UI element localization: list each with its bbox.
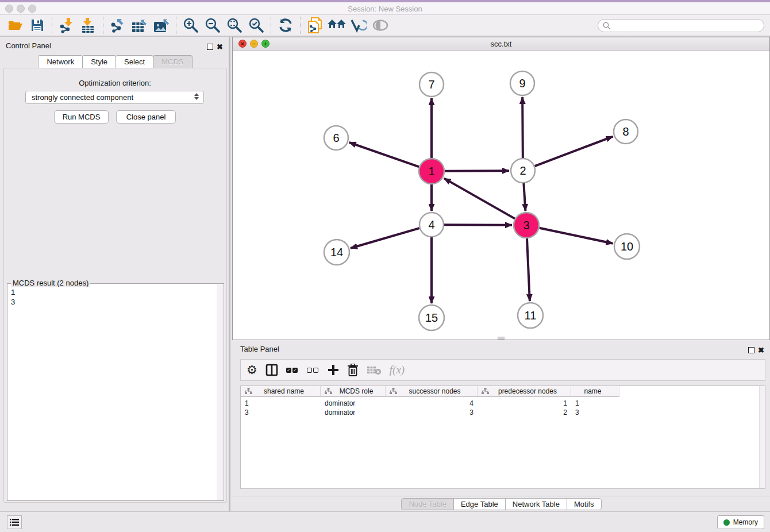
node-label-10: 10 xyxy=(621,240,633,253)
node-label-1: 1 xyxy=(428,165,434,178)
hierarchy-icon xyxy=(482,388,489,395)
edge-3-11[interactable] xyxy=(527,238,530,301)
float-panel-icon[interactable] xyxy=(207,42,213,52)
export-image-icon[interactable] xyxy=(151,16,172,34)
toolbar-separator xyxy=(52,17,52,34)
network-window-titlebar[interactable]: ✕ − + scc.txt xyxy=(233,37,769,51)
cell-MCDS-role[interactable]: dominator xyxy=(321,399,386,408)
zoom-fit-icon[interactable] xyxy=(224,16,245,34)
node-label-6: 6 xyxy=(333,132,339,144)
control-panel-tabs: NetworkStyleSelectMCDS xyxy=(0,55,230,68)
cell-predecessor-nodes[interactable]: 1 xyxy=(478,399,571,408)
column-header-MCDS-role[interactable]: MCDS role xyxy=(321,386,386,397)
edge-3-10[interactable] xyxy=(540,228,613,244)
search-input[interactable] xyxy=(611,22,754,30)
cell-shared-name[interactable]: 3 xyxy=(241,408,321,417)
tab-style[interactable]: Style xyxy=(82,55,116,68)
column-header-name[interactable]: name xyxy=(571,386,619,397)
mcds-result-box: MCDS result (2 nodes) 1 3 xyxy=(7,283,224,501)
cell-successor-nodes[interactable]: 4 xyxy=(386,399,478,408)
cell-predecessor-nodes[interactable]: 2 xyxy=(478,408,571,417)
table-scrollbar[interactable] xyxy=(759,386,765,488)
canvas-hscroll-thumb[interactable] xyxy=(498,337,505,340)
add-column-icon[interactable] xyxy=(328,361,339,379)
column-header-predecessor-nodes[interactable]: predecessor nodes xyxy=(478,386,571,397)
table-row[interactable]: 3dominator323 xyxy=(241,408,765,417)
search-field[interactable] xyxy=(598,19,764,32)
tab-node-table[interactable]: Node Table xyxy=(401,498,454,510)
edge-4-3[interactable] xyxy=(444,225,512,225)
control-panel-title: Control Panel xyxy=(6,41,51,50)
open-folder-icon[interactable] xyxy=(5,16,26,34)
home-view-icon[interactable] xyxy=(326,16,348,34)
mcds-result-list[interactable]: 1 3 xyxy=(11,287,15,307)
memory-status-icon xyxy=(723,519,730,526)
tab-mcds[interactable]: MCDS xyxy=(153,55,192,68)
cell-shared-name[interactable]: 1 xyxy=(241,399,321,408)
toolbar-separator xyxy=(176,17,176,34)
zoom-in-icon[interactable] xyxy=(180,16,202,34)
network-document-icon[interactable] xyxy=(304,16,326,34)
node-label-15: 15 xyxy=(425,311,438,324)
node-label-8: 8 xyxy=(622,125,629,138)
task-history-button[interactable] xyxy=(7,515,22,529)
node-label-14: 14 xyxy=(330,246,343,259)
tab-motifs[interactable]: Motifs xyxy=(567,498,602,510)
node-table[interactable]: shared nameMCDS rolesuccessor nodesprede… xyxy=(240,385,765,489)
tab-network[interactable]: Network xyxy=(38,55,83,68)
delete-column-icon[interactable] xyxy=(347,361,359,379)
deselect-all-columns-icon[interactable] xyxy=(307,361,319,379)
edge-1-6[interactable] xyxy=(349,142,419,167)
network-graph-canvas[interactable]: 7986124314101511 xyxy=(233,51,769,340)
export-table-icon[interactable] xyxy=(129,16,151,34)
run-mcds-button[interactable]: Run MCDS xyxy=(54,110,109,124)
refresh-layout-icon[interactable] xyxy=(275,16,297,34)
edge-2-3[interactable] xyxy=(523,183,525,211)
export-network-icon[interactable] xyxy=(107,16,129,34)
node-label-3: 3 xyxy=(523,219,529,232)
table-panel-title: Table Panel xyxy=(240,345,279,353)
import-table-icon[interactable] xyxy=(78,16,99,34)
delete-table-icon xyxy=(367,361,382,379)
tab-select[interactable]: Select xyxy=(116,55,153,68)
hide-graphics-details-icon[interactable] xyxy=(348,16,369,34)
edge-1-2[interactable] xyxy=(445,171,509,171)
close-panel-button[interactable]: Close panel xyxy=(116,110,176,124)
zoom-out-icon[interactable] xyxy=(202,16,224,34)
cell-name[interactable]: 3 xyxy=(571,408,619,417)
cell-successor-nodes[interactable]: 3 xyxy=(386,408,478,417)
float-table-panel-icon[interactable] xyxy=(748,345,754,356)
save-icon[interactable] xyxy=(26,16,48,34)
table-row[interactable]: 1dominator411 xyxy=(241,399,765,408)
table-toolbar: ⚙ ✓✓ f(x) xyxy=(240,359,765,381)
tab-network-table[interactable]: Network Table xyxy=(505,498,567,510)
select-all-columns-icon[interactable]: ✓✓ xyxy=(286,361,299,379)
edge-2-9[interactable] xyxy=(522,97,523,158)
list-icon xyxy=(10,518,19,526)
cell-MCDS-role[interactable]: dominator xyxy=(321,408,386,417)
import-network-icon[interactable] xyxy=(56,16,78,34)
tab-edge-table[interactable]: Edge Table xyxy=(453,498,506,510)
edge-2-8[interactable] xyxy=(535,137,613,167)
mcds-result-scrollbar[interactable] xyxy=(217,284,223,500)
memory-button[interactable]: Memory xyxy=(717,515,764,529)
table-settings-icon[interactable]: ⚙ xyxy=(247,361,257,379)
node-label-9: 9 xyxy=(519,77,525,90)
node-label-2: 2 xyxy=(519,164,526,177)
edge-3-1[interactable] xyxy=(444,178,515,218)
node-label-4: 4 xyxy=(428,218,434,231)
zoom-selected-icon[interactable] xyxy=(245,16,267,34)
node-label-11: 11 xyxy=(525,309,537,322)
show-columns-icon[interactable] xyxy=(265,361,278,379)
table-header-row: shared nameMCDS rolesuccessor nodesprede… xyxy=(241,386,619,397)
cell-name[interactable]: 1 xyxy=(571,399,619,408)
close-panel-icon[interactable]: ✖ xyxy=(217,41,223,52)
column-header-successor-nodes[interactable]: successor nodes xyxy=(386,386,478,397)
mcds-result-title: MCDS result (2 nodes) xyxy=(11,279,90,287)
close-table-panel-icon[interactable]: ✖ xyxy=(758,345,764,355)
column-header-shared-name[interactable]: shared name xyxy=(241,386,321,397)
network-window-title: scc.txt xyxy=(233,40,769,48)
optimization-criterion-label: Optimization criterion: xyxy=(0,79,230,87)
edge-4-14[interactable] xyxy=(351,228,419,248)
criterion-dropdown[interactable]: strongly connected component xyxy=(25,91,204,104)
